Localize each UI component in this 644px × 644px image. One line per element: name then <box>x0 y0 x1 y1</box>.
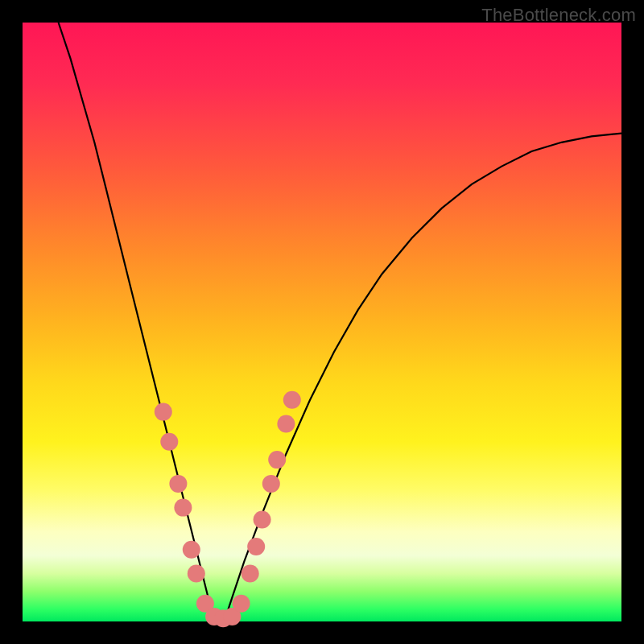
data-marker <box>283 391 301 409</box>
data-marker <box>174 499 192 517</box>
data-marker <box>155 403 172 421</box>
curve-layer <box>23 23 621 621</box>
data-marker <box>277 415 295 433</box>
data-marker <box>188 565 205 583</box>
marker-group <box>155 391 301 628</box>
data-marker <box>169 475 187 493</box>
bottleneck-curve <box>59 23 621 621</box>
data-marker <box>183 541 200 559</box>
plot-area <box>23 23 621 621</box>
data-marker <box>262 475 280 493</box>
data-marker <box>160 433 178 451</box>
data-marker <box>247 538 265 555</box>
data-marker <box>268 451 286 469</box>
data-marker <box>242 565 259 583</box>
data-marker <box>254 511 271 529</box>
watermark-text: TheBottleneck.com <box>481 5 636 26</box>
chart-frame: TheBottleneck.com <box>0 0 644 644</box>
data-marker <box>233 595 250 613</box>
